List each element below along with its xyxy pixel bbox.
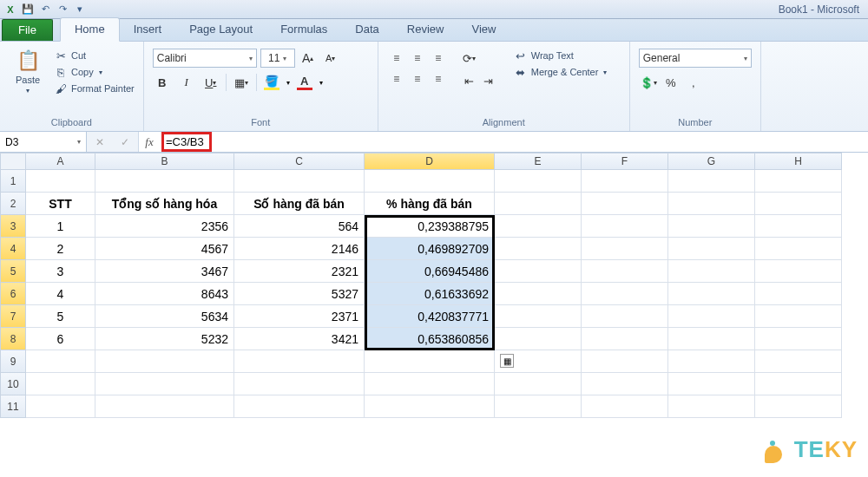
- cell[interactable]: [495, 170, 582, 193]
- enter-formula-icon[interactable]: ✓: [121, 136, 129, 148]
- row-header-7[interactable]: 7: [0, 305, 26, 328]
- cell[interactable]: 2146: [234, 238, 365, 260]
- italic-button[interactable]: I: [177, 73, 196, 92]
- tab-data[interactable]: Data: [341, 18, 392, 41]
- col-header-B[interactable]: B: [95, 153, 234, 170]
- cell[interactable]: [582, 260, 668, 283]
- accounting-format-button[interactable]: 💲▾: [639, 73, 658, 92]
- cell[interactable]: [755, 305, 842, 328]
- cell[interactable]: 2371: [234, 305, 365, 328]
- cell[interactable]: [95, 170, 234, 193]
- tab-home[interactable]: Home: [60, 17, 120, 42]
- bold-button[interactable]: B: [153, 73, 172, 92]
- cell[interactable]: [755, 260, 842, 283]
- align-top-button[interactable]: ≡: [387, 49, 406, 68]
- format-painter-button[interactable]: 🖌Format Painter: [54, 82, 135, 95]
- cell[interactable]: % hàng đã bán: [365, 193, 495, 215]
- cell[interactable]: [365, 170, 495, 193]
- formula-input[interactable]: =C3/B3: [160, 132, 868, 152]
- cell[interactable]: [668, 215, 755, 238]
- cell[interactable]: 2321: [234, 260, 365, 283]
- cell[interactable]: [495, 193, 582, 215]
- cell[interactable]: [668, 193, 755, 215]
- cell[interactable]: [668, 373, 755, 395]
- cell[interactable]: 3467: [95, 260, 234, 283]
- col-header-D[interactable]: D: [365, 153, 495, 170]
- cell[interactable]: [582, 283, 668, 305]
- cell[interactable]: [755, 215, 842, 238]
- cell[interactable]: [26, 373, 95, 395]
- underline-button[interactable]: U▾: [201, 73, 220, 92]
- cell[interactable]: [95, 350, 234, 373]
- cell[interactable]: [495, 328, 582, 350]
- font-name-combo[interactable]: Calibri▾: [153, 49, 257, 68]
- cell[interactable]: [26, 170, 95, 193]
- cell[interactable]: [234, 395, 365, 418]
- cell[interactable]: [755, 350, 842, 373]
- tab-file[interactable]: File: [2, 19, 53, 41]
- cell[interactable]: [668, 350, 755, 373]
- cell[interactable]: [668, 305, 755, 328]
- row-header-2[interactable]: 2: [0, 193, 26, 215]
- qat-customize-icon[interactable]: ▾: [73, 3, 87, 16]
- cancel-formula-icon[interactable]: ✕: [95, 136, 104, 148]
- cell[interactable]: [495, 260, 582, 283]
- cell[interactable]: [755, 193, 842, 215]
- number-format-combo[interactable]: General▾: [639, 49, 752, 68]
- cell[interactable]: [755, 170, 842, 193]
- cell[interactable]: [495, 238, 582, 260]
- cell[interactable]: [582, 170, 668, 193]
- col-header-H[interactable]: H: [755, 153, 842, 170]
- cell[interactable]: [755, 328, 842, 350]
- cell[interactable]: [495, 305, 582, 328]
- row-header-6[interactable]: 6: [0, 283, 26, 305]
- cell[interactable]: 1: [26, 215, 95, 238]
- cell[interactable]: [755, 238, 842, 260]
- cell[interactable]: [668, 238, 755, 260]
- row-header-1[interactable]: 1: [0, 170, 26, 193]
- tab-view[interactable]: View: [457, 18, 510, 41]
- save-icon[interactable]: 💾: [21, 3, 35, 16]
- comma-format-button[interactable]: ,: [684, 73, 703, 92]
- wrap-text-button[interactable]: ↩Wrap Text: [514, 49, 608, 62]
- autofill-options-icon[interactable]: ▦: [500, 354, 514, 368]
- row-header-4[interactable]: 4: [0, 238, 26, 260]
- cell[interactable]: [582, 238, 668, 260]
- cell[interactable]: [26, 395, 95, 418]
- cell[interactable]: [755, 283, 842, 305]
- cell[interactable]: [668, 328, 755, 350]
- col-header-E[interactable]: E: [495, 153, 582, 170]
- cell[interactable]: [582, 373, 668, 395]
- cell[interactable]: [365, 373, 495, 395]
- cell[interactable]: [495, 395, 582, 418]
- cut-button[interactable]: ✂Cut: [54, 49, 135, 62]
- cell[interactable]: [582, 215, 668, 238]
- cell[interactable]: 0,469892709: [365, 238, 495, 260]
- cell[interactable]: 3421: [234, 328, 365, 350]
- cell[interactable]: [234, 350, 365, 373]
- cell[interactable]: 0,653860856: [365, 328, 495, 350]
- col-header-A[interactable]: A: [26, 153, 95, 170]
- cell[interactable]: [668, 260, 755, 283]
- undo-icon[interactable]: ↶: [38, 3, 52, 16]
- row-header-10[interactable]: 10: [0, 373, 26, 395]
- tab-page-layout[interactable]: Page Layout: [175, 18, 266, 41]
- cell[interactable]: 2: [26, 238, 95, 260]
- cell[interactable]: [495, 215, 582, 238]
- cell[interactable]: [582, 395, 668, 418]
- tab-review[interactable]: Review: [393, 18, 458, 41]
- cell[interactable]: 5634: [95, 305, 234, 328]
- tab-formulas[interactable]: Formulas: [266, 18, 341, 41]
- cell[interactable]: [582, 328, 668, 350]
- tab-insert[interactable]: Insert: [120, 18, 176, 41]
- percent-format-button[interactable]: %: [661, 73, 681, 92]
- cell[interactable]: [668, 395, 755, 418]
- cell[interactable]: 0,66945486: [365, 260, 495, 283]
- font-color-button[interactable]: A: [295, 73, 314, 92]
- row-header-11[interactable]: 11: [0, 395, 26, 418]
- shrink-font-button[interactable]: A▾: [321, 49, 340, 68]
- select-all-corner[interactable]: [0, 153, 26, 170]
- cell[interactable]: 3: [26, 260, 95, 283]
- row-header-8[interactable]: 8: [0, 328, 26, 350]
- cell[interactable]: [755, 395, 842, 418]
